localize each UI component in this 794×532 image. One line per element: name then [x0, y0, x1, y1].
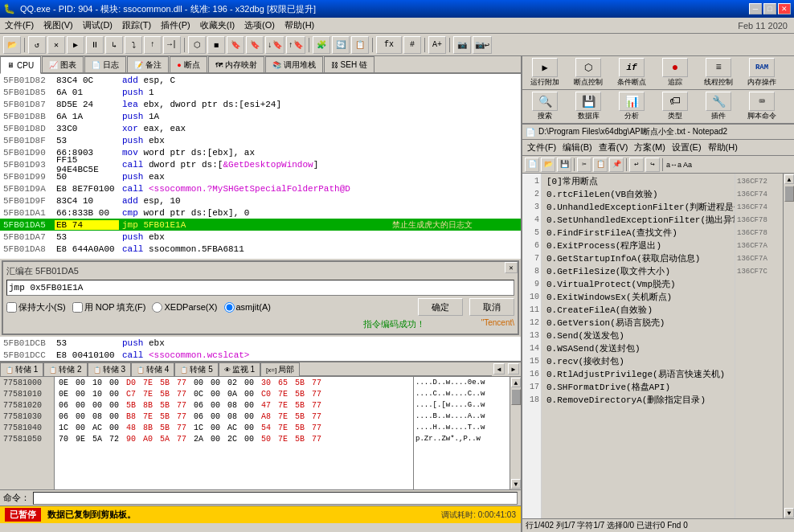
np-line[interactable]: 0.VirtualProtect(Vmp脱壳): [545, 278, 731, 291]
asm-confirm-button[interactable]: 确定: [418, 298, 463, 316]
np-scroll-up[interactable]: ▲: [784, 174, 794, 184]
np-line[interactable]: 0.RemoveDirectoryA(删除指定目录): [545, 394, 731, 407]
np-copy-btn[interactable]: 📋: [593, 158, 608, 172]
hash-button[interactable]: #: [403, 36, 421, 54]
tb-btn-4[interactable]: ◼: [207, 36, 225, 54]
menu-favorites[interactable]: 收藏夹(I): [195, 18, 239, 33]
disasm-row[interactable]: 5FB01DCC E8 00410100 call <ssocommon.wcs…: [0, 349, 521, 361]
reg-tab-local[interactable]: [x=] 局部: [260, 362, 300, 376]
np-paste-btn[interactable]: 📌: [609, 158, 624, 172]
disasm-row[interactable]: 5FB01DA7 53 push ebx: [0, 231, 521, 243]
np-line[interactable]: 0.ExitProcess(程序退出): [545, 239, 731, 252]
tab-cpu[interactable]: 🖥 CPU: [0, 56, 41, 74]
btn-run-attach[interactable]: ▶ 运行附加: [524, 58, 566, 88]
scroll-up-btn[interactable]: ▲: [511, 378, 521, 387]
np-line[interactable]: 0.SetUnhandledExceptionFilter(抛出异常来判: [545, 214, 731, 227]
xedparse-radio[interactable]: XEDParse(X): [152, 302, 217, 313]
menu-help[interactable]: 帮助(H): [280, 18, 319, 33]
disasm-row[interactable]: 5FB01D82 83C4 0C add esp, C: [0, 74, 521, 86]
np-line[interactable]: [0]常用断点: [545, 175, 731, 188]
np-line[interactable]: 0.Send(发送发包): [545, 329, 731, 342]
step-out-button[interactable]: ↑: [144, 36, 162, 54]
np-line[interactable]: 0.FindFirstFileA(查找文件): [545, 227, 731, 239]
menu-trace[interactable]: 跟踪(T): [117, 18, 156, 33]
nop-fill-checkbox[interactable]: 用 NOP 填充(F): [72, 301, 146, 313]
run-button[interactable]: ▶: [67, 36, 84, 54]
menu-view[interactable]: 视图(V): [39, 18, 78, 33]
menu-file[interactable]: 文件(F): [0, 18, 39, 33]
minimize-button[interactable]: ─: [749, 3, 762, 14]
np-menu-help[interactable]: 帮助(H): [705, 141, 741, 154]
font-button[interactable]: A+: [428, 36, 446, 54]
menu-plugin[interactable]: 插件(P): [156, 18, 195, 33]
btn-type[interactable]: 🏷 类型: [654, 92, 696, 121]
asm-cancel-button[interactable]: 取消: [469, 298, 514, 316]
np-line[interactable]: 0.GetFileSize(取文件大小): [545, 265, 731, 278]
formula-button[interactable]: fx: [376, 36, 402, 54]
np-menu-settings[interactable]: 设置(E): [669, 141, 705, 154]
btn-mem-op[interactable]: RAM 内存操作: [741, 58, 783, 88]
scroll-right-btn[interactable]: ▶: [508, 363, 519, 374]
restart-button[interactable]: ↺: [28, 36, 46, 54]
btn-database[interactable]: 💾 数据库: [567, 92, 609, 121]
tb-btn-11[interactable]: 📋: [351, 36, 369, 54]
tab-notes[interactable]: 📝 备注: [127, 56, 169, 72]
np-save-btn[interactable]: 💾: [557, 158, 571, 172]
btn-thread-ctrl[interactable]: ≡ 线程控制: [698, 58, 739, 88]
disasm-row[interactable]: 5FB01D85 6A 01 push 1: [0, 86, 521, 98]
tab-memmap[interactable]: 🗺 内存映射: [208, 56, 264, 72]
np-line[interactable]: 0.SHFormatDrive(格盘API): [545, 381, 731, 394]
np-line[interactable]: 0.GetVersion(易语言脱壳): [545, 317, 731, 329]
notepad-scrollbar[interactable]: ▲ ▼: [783, 174, 794, 518]
np-redo-btn[interactable]: ↪: [645, 158, 660, 172]
pause-button[interactable]: ⏸: [86, 36, 104, 54]
step-over-button[interactable]: ⤵: [125, 36, 142, 54]
btn-cond-breakpoint[interactable]: if 条件断点: [611, 58, 653, 88]
reg-tab-dump2[interactable]: 📋 转储 2: [43, 362, 87, 376]
tb-btn-12[interactable]: 📷: [453, 36, 471, 54]
disasm-row-selected[interactable]: 5FB01DA5 EB 74 jmp 5FB01E1A 禁止生成虎大的日志文: [0, 219, 521, 231]
disasm-row[interactable]: 5FB01D8B 6A 1A push 1A: [0, 110, 521, 122]
close-button[interactable]: ✕: [778, 3, 791, 14]
tb-btn-5[interactable]: 🔖: [227, 36, 244, 54]
scroll-left-btn[interactable]: ◀: [493, 363, 505, 374]
menu-debug[interactable]: 调试(D): [78, 18, 117, 33]
tb-btn-7[interactable]: ↓🔖: [265, 36, 284, 54]
open-button[interactable]: 📂: [3, 36, 21, 54]
maximize-button[interactable]: □: [763, 3, 776, 14]
disasm-row[interactable]: 5FB01D9A E8 8E7F0100 call <ssocommon.?My…: [0, 182, 521, 194]
tb-btn-8[interactable]: ↑🔖: [286, 36, 305, 54]
np-line[interactable]: 0.RtlAdjustPrivilege(易语言快速关机): [545, 368, 731, 381]
tab-log[interactable]: 📄 日志: [84, 56, 126, 72]
disasm-row[interactable]: 5FB01DA8 E8 644A0A00 call ssocommon.5FBA…: [0, 243, 521, 255]
np-line[interactable]: 0.WSASend(发送封包): [545, 342, 731, 355]
np-menu-file[interactable]: 文件(F): [524, 141, 559, 154]
np-scroll-down[interactable]: ▼: [784, 508, 794, 518]
tab-callstack[interactable]: 📚 调用堆栈: [265, 56, 323, 72]
disasm-row[interactable]: 5FB01DA1 66:833B 00 cmp word ptr ds:[ebx…: [0, 207, 521, 219]
menu-options[interactable]: 选项(O): [239, 18, 280, 33]
tb-btn-6[interactable]: 🔖: [246, 36, 264, 54]
tb-btn-9[interactable]: 🧩: [313, 36, 330, 54]
tb-btn-3[interactable]: ⬡: [188, 36, 206, 54]
btn-search[interactable]: 🔍 搜索: [524, 92, 566, 121]
np-menu-scheme[interactable]: 方案(M): [631, 141, 669, 154]
btn-trace[interactable]: ● 追踪: [654, 58, 696, 88]
disasm-row[interactable]: 5FB01DCB 53 push ebx: [0, 337, 521, 349]
reg-tab-watch1[interactable]: 👁 监视 1: [219, 362, 260, 376]
btn-script[interactable]: ⌨ 脚本命令: [741, 92, 783, 121]
np-line[interactable]: 0.CreateFileA(自效验): [545, 304, 731, 317]
hex-scrollbar[interactable]: ▲ ▼: [510, 377, 521, 489]
dialog-close[interactable]: ✕: [505, 262, 518, 273]
tb-btn-13[interactable]: 📷↩: [473, 36, 492, 54]
np-undo-btn[interactable]: ↩: [629, 158, 644, 172]
disasm-row[interactable]: 5FB01D8D 33C0 xor eax, eax: [0, 122, 521, 134]
np-line[interactable]: 0.rtcFileLen(VB自效验): [545, 188, 731, 201]
np-line[interactable]: 0.UnhandledExceptionFilter(判断进程是否附加: [545, 201, 731, 214]
btn-plugin[interactable]: 🔧 插件: [698, 92, 739, 121]
np-line[interactable]: 0.ExitWindowsEx(关机断点): [545, 291, 731, 304]
scroll-down-btn[interactable]: ▼: [511, 479, 521, 489]
asm-input[interactable]: [6, 280, 514, 296]
reg-tab-dump3[interactable]: 📋 转储 3: [88, 362, 131, 376]
step-into-button[interactable]: ↳: [105, 36, 123, 54]
